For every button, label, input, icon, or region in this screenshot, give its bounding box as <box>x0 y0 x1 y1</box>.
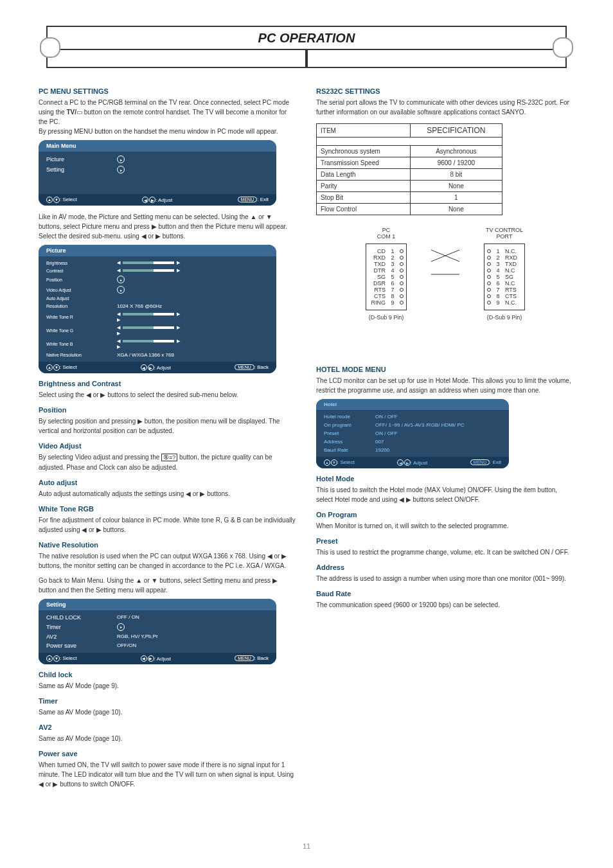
pin-right-title: TV CONTROL PORT <box>486 227 523 240</box>
pin-left-cap: (D-Sub 9 Pin) <box>369 314 404 321</box>
h-timer: Timer <box>39 697 297 705</box>
spec-item: Data Length <box>317 169 411 181</box>
t-auto-adjust: Auto adjust automatically adjusts the se… <box>39 489 297 499</box>
spec-item: Synchronous system <box>317 146 411 157</box>
section-pc-menu: PC MENU SETTINGS <box>39 87 297 95</box>
t-hotelmode: This is used to switch the Hotel mode (M… <box>316 485 574 504</box>
pc-menu-intro: Connect a PC to the PC/RGB terminal on t… <box>39 98 297 127</box>
t-native-res: The native resolution is used when the P… <box>39 551 297 571</box>
rs232-text: The serial port allows the TV to communi… <box>316 98 574 117</box>
osd2-title: Picture <box>39 245 276 256</box>
osd1-exit: : Exit <box>257 197 269 202</box>
h-powersave: Power save <box>39 750 297 757</box>
hotel-value: 007 <box>375 439 501 445</box>
h-white-tone: White Tone RGB <box>39 505 297 513</box>
h-childlock: Child lock <box>39 671 297 678</box>
osd2-label: White Tone G <box>46 328 111 333</box>
h-preset: Preset <box>316 537 574 545</box>
t-childlock: Same as AV Mode (page 9). <box>39 681 297 691</box>
t-address: The address is used to assign a number w… <box>316 574 574 583</box>
spec-value: None <box>410 204 502 215</box>
hotel-label: Address <box>324 439 369 445</box>
h-position: Position <box>39 406 297 414</box>
t-brightness: Select using the ◀ or ▶ buttons to selec… <box>39 390 297 400</box>
h-av2: AV2 <box>39 723 297 731</box>
osd1-adj: : Adjust <box>155 197 172 203</box>
binder-ring-right <box>553 37 573 58</box>
picture-intro: Like in AV mode, the Picture and Setting… <box>39 212 297 241</box>
osd-setting: Setting CHILD LOCKOFF / ONTimer▸AV2RGB, … <box>39 599 276 664</box>
enter-icon: ▸ <box>117 166 125 173</box>
subheader-left <box>46 50 306 68</box>
h-brightness: Brightness and Contrast <box>39 380 297 387</box>
section-hotel: HOTEL MODE MENU <box>316 366 574 373</box>
menu-pill: MENU <box>238 197 258 202</box>
hotel-intro: The LCD monitor can be set up for use in… <box>316 376 574 395</box>
h-video-adjust: Video Adjust <box>39 442 297 450</box>
spec-item: Parity <box>317 181 411 192</box>
pin-left-title: PC COM 1 <box>377 227 396 240</box>
t-preset: This is used to restrict the programme c… <box>316 547 574 557</box>
osd-picture: Picture Brightness◀▶Contrast◀▶Position▸V… <box>39 245 276 373</box>
osd2-label: Position <box>46 278 111 282</box>
t-position: By selecting position and pressing ▶ but… <box>39 416 297 436</box>
osd-hotel: Hotel Hotel modeON / OFFOn programOFF/ 1… <box>316 399 509 468</box>
hotel-value: OFF/ 1~99 / AV1-AV3 /RGB/ HDMI/ PC <box>375 422 501 428</box>
t-timer: Same as AV Mode (page 10). <box>39 707 297 717</box>
section-rs232: RS232C SETTINGS <box>316 87 574 95</box>
h-auto-adjust: Auto adjust <box>39 479 297 486</box>
osd1-item-picture: Picture <box>46 156 111 163</box>
h-hotelmode: Hotel Mode <box>316 475 574 483</box>
hotel-label: On program <box>324 422 369 428</box>
osd-hotel-title: Hotel <box>316 399 509 410</box>
pin-cross-icon <box>429 246 462 285</box>
page-number: 11 <box>0 842 613 850</box>
osd3-label: CHILD LOCK <box>46 614 111 621</box>
osd3-label: AV2 <box>46 633 111 640</box>
h-baud: Baud Rate <box>316 590 574 598</box>
page-title: PC OPERATION <box>258 31 355 46</box>
spec-value: 1 <box>410 192 502 204</box>
osd1-sel: : Select <box>60 197 77 202</box>
hotel-label: Preset <box>324 430 369 436</box>
pin-right-cap: (D-Sub 9 Pin) <box>487 314 522 321</box>
osd2-label: Brightness <box>46 261 111 265</box>
osd-main-menu: Main Menu Picture▸ Setting▸ ▲▼: Select ◀… <box>39 140 276 206</box>
hotel-value: 19200 <box>375 447 501 453</box>
av-icon: ▭ <box>76 109 82 116</box>
spec-h-item: ITEM <box>317 124 411 137</box>
spec-value: 9600 / 19200 <box>410 157 502 169</box>
osd2-label: White Tone B <box>46 342 111 346</box>
setting-intro: Go back to Main Menu. Using the ▲ or ▼ b… <box>39 576 297 595</box>
osd3-label: Power save <box>46 642 111 649</box>
teletext-icon: ⦿≡? <box>161 454 177 461</box>
hotel-label: Baud Rate <box>324 447 369 453</box>
t-powersave: When turned ON, the TV will switch to po… <box>39 760 297 789</box>
osd2-label: White Tone R <box>46 315 111 319</box>
spec-h-spec: SPECIFICATION <box>410 124 502 137</box>
t-video-adjust: By selecting Video adjust and pressing t… <box>39 452 297 472</box>
osd2-label: Auto Adjust <box>46 296 111 301</box>
osd1-title: Main Menu <box>39 140 276 152</box>
hotel-value: ON / OFF <box>375 430 501 436</box>
hotel-label: Hotel mode <box>324 414 369 420</box>
binder-ring-left <box>40 37 60 58</box>
pin-diagram: PC COM 1 CD1RXD2TXD3DTR4SG5DSR6RTS7CTS8R… <box>316 227 574 321</box>
osd2-label: Resolution <box>46 304 111 308</box>
spec-item: Transmission Speed <box>317 157 411 169</box>
t-onprogram: When Monitor is turned on, it will switc… <box>316 521 574 531</box>
t-baud: The communication speed (9600 or 19200 b… <box>316 600 574 610</box>
h-onprogram: On Program <box>316 511 574 518</box>
spec-value: Asynchronous <box>410 146 502 157</box>
osd2-label: Video Adjust <box>46 288 111 292</box>
h-address: Address <box>316 563 574 571</box>
osd2-label: Native Resolution <box>46 353 111 357</box>
spec-item: Flow Control <box>317 204 411 215</box>
osd1-item-setting: Setting <box>46 166 111 173</box>
osd3-label: Timer <box>46 624 111 630</box>
osd2-label: Contrast <box>46 269 111 273</box>
enter-icon: ▸ <box>117 155 125 163</box>
spec-value: 8 bit <box>410 169 502 181</box>
h-native-res: Native Resolution <box>39 541 297 549</box>
spec-item: Stop Bit <box>317 192 411 204</box>
